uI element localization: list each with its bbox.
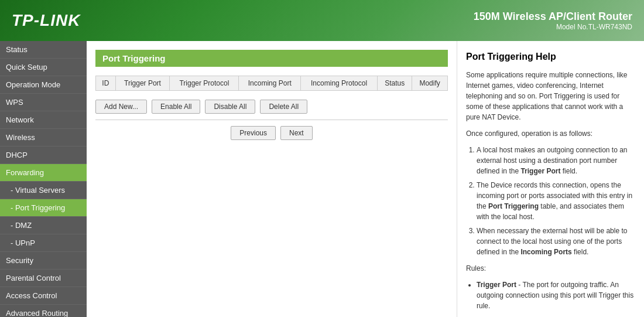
help-title: Port Triggering Help bbox=[466, 50, 635, 64]
main-content: Port Triggering ID Trigger Port Trigger … bbox=[87, 41, 457, 317]
enable-all-button[interactable]: Enable All bbox=[152, 100, 200, 114]
sidebar-item-upnp[interactable]: - UPnP bbox=[0, 234, 87, 252]
sidebar-item-dmz[interactable]: - DMZ bbox=[0, 217, 87, 234]
sidebar-item-operation-mode[interactable]: Operation Mode bbox=[0, 76, 87, 94]
sidebar-item-status[interactable]: Status bbox=[0, 41, 87, 59]
action-buttons: Add New... Enable All Disable All Delete… bbox=[95, 100, 448, 114]
add-new-button[interactable]: Add New... bbox=[95, 100, 147, 114]
help-intro: Some applications require multiple conne… bbox=[466, 70, 635, 122]
help-step-3: When necessary the external host will be… bbox=[477, 226, 635, 257]
col-incoming-port: Incoming Port bbox=[239, 76, 301, 91]
disable-all-button[interactable]: Disable All bbox=[205, 100, 255, 114]
sidebar-item-dhcp[interactable]: DHCP bbox=[0, 146, 87, 164]
next-button[interactable]: Next bbox=[280, 126, 313, 140]
sidebar-item-virtual-servers[interactable]: - Virtual Servers bbox=[0, 182, 87, 199]
sidebar-item-wireless[interactable]: Wireless bbox=[0, 129, 87, 146]
col-modify: Modify bbox=[412, 76, 448, 91]
header: TP-LINK 150M Wireless AP/Client Router M… bbox=[0, 0, 644, 41]
logo: TP-LINK bbox=[12, 11, 80, 30]
col-status: Status bbox=[378, 76, 412, 91]
sidebar-item-port-triggering[interactable]: - Port Triggering bbox=[0, 199, 87, 217]
sidebar-item-access-control[interactable]: Access Control bbox=[0, 287, 87, 305]
port-triggering-table: ID Trigger Port Trigger Protocol Incomin… bbox=[95, 76, 448, 91]
product-name: 150M Wireless AP/Client Router bbox=[474, 11, 632, 23]
col-id: ID bbox=[96, 76, 116, 91]
help-panel: Port Triggering Help Some applications r… bbox=[457, 41, 644, 317]
sidebar-item-quick-setup[interactable]: Quick Setup bbox=[0, 59, 87, 76]
divider bbox=[95, 120, 448, 120]
table-section: ID Trigger Port Trigger Protocol Incomin… bbox=[95, 76, 448, 91]
help-step-2: The Device records this connection, open… bbox=[477, 180, 635, 222]
col-trigger-port: Trigger Port bbox=[115, 76, 170, 91]
sidebar: Status Quick Setup Operation Mode WPS Ne… bbox=[0, 41, 87, 317]
previous-button[interactable]: Previous bbox=[231, 126, 276, 140]
delete-all-button[interactable]: Delete All bbox=[260, 100, 307, 114]
help-rules-list: Trigger Port - The port for outgoing tra… bbox=[466, 279, 635, 317]
page-title: Port Triggering bbox=[95, 50, 448, 67]
help-rule-trigger-port: Trigger Port - The port for outgoing tra… bbox=[477, 279, 635, 311]
sidebar-item-security[interactable]: Security bbox=[0, 252, 87, 270]
sidebar-item-parental-control[interactable]: Parental Control bbox=[0, 270, 87, 287]
col-incoming-protocol: Incoming Protocol bbox=[301, 76, 378, 91]
model-number: Model No.TL-WR743ND bbox=[474, 23, 632, 31]
sidebar-item-network[interactable]: Network bbox=[0, 111, 87, 129]
pagination: Previous Next bbox=[95, 126, 448, 140]
help-rules-title: Rules: bbox=[466, 263, 635, 274]
col-trigger-protocol: Trigger Protocol bbox=[170, 76, 239, 91]
help-once-configured: Once configured, operation is as follows… bbox=[466, 128, 635, 139]
help-step-1: A local host makes an outgoing connectio… bbox=[477, 145, 635, 176]
help-rule-trigger-protocol: Trigger Protocol - The protocol used for… bbox=[477, 315, 635, 317]
product-info: 150M Wireless AP/Client Router Model No.… bbox=[474, 11, 632, 31]
sidebar-item-wps[interactable]: WPS bbox=[0, 94, 87, 111]
sidebar-item-advanced-routing[interactable]: Advanced Routing bbox=[0, 305, 87, 317]
help-steps: A local host makes an outgoing connectio… bbox=[466, 145, 635, 257]
sidebar-item-forwarding[interactable]: Forwarding bbox=[0, 164, 87, 182]
